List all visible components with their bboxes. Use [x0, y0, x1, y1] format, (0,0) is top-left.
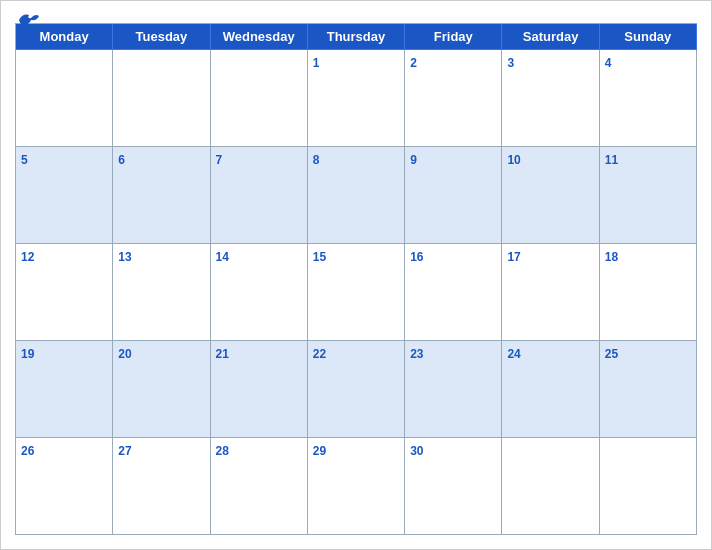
day-cell: 7 [211, 147, 308, 244]
day-number: 25 [605, 347, 618, 361]
day-number: 5 [21, 153, 28, 167]
day-header-tuesday: Tuesday [113, 24, 210, 50]
day-number: 11 [605, 153, 618, 167]
day-cell: 23 [405, 341, 502, 438]
day-cell [113, 50, 210, 147]
day-number: 16 [410, 250, 423, 264]
day-cell: 20 [113, 341, 210, 438]
day-cell: 3 [502, 50, 599, 147]
day-cell: 14 [211, 244, 308, 341]
day-cell: 18 [600, 244, 697, 341]
day-number: 3 [507, 56, 514, 70]
day-cell: 24 [502, 341, 599, 438]
day-number: 9 [410, 153, 417, 167]
day-cell [16, 50, 113, 147]
day-cell: 6 [113, 147, 210, 244]
day-headers: MondayTuesdayWednesdayThursdayFridaySatu… [16, 24, 697, 50]
day-number: 10 [507, 153, 520, 167]
day-cell: 30 [405, 438, 502, 535]
day-cell: 11 [600, 147, 697, 244]
day-number: 18 [605, 250, 618, 264]
day-number: 6 [118, 153, 125, 167]
day-number: 28 [216, 444, 229, 458]
day-cell: 15 [308, 244, 405, 341]
day-cell [502, 438, 599, 535]
day-number: 23 [410, 347, 423, 361]
day-cell: 28 [211, 438, 308, 535]
week-row-3: 12131415161718 [16, 244, 697, 341]
day-number: 4 [605, 56, 612, 70]
day-header-saturday: Saturday [502, 24, 599, 50]
day-cell [600, 438, 697, 535]
day-number: 24 [507, 347, 520, 361]
day-header-thursday: Thursday [308, 24, 405, 50]
calendar-grid: MondayTuesdayWednesdayThursdayFridaySatu… [15, 23, 697, 535]
day-number: 30 [410, 444, 423, 458]
day-number: 21 [216, 347, 229, 361]
day-number: 13 [118, 250, 131, 264]
day-number: 14 [216, 250, 229, 264]
week-row-5: 2627282930 [16, 438, 697, 535]
day-number: 20 [118, 347, 131, 361]
day-cell: 12 [16, 244, 113, 341]
day-cell: 4 [600, 50, 697, 147]
day-number: 17 [507, 250, 520, 264]
day-cell: 17 [502, 244, 599, 341]
week-row-4: 19202122232425 [16, 341, 697, 438]
day-cell: 29 [308, 438, 405, 535]
day-cell [211, 50, 308, 147]
day-header-friday: Friday [405, 24, 502, 50]
day-cell: 8 [308, 147, 405, 244]
day-number: 29 [313, 444, 326, 458]
day-cell: 9 [405, 147, 502, 244]
day-cell: 13 [113, 244, 210, 341]
day-cell: 25 [600, 341, 697, 438]
day-cell: 10 [502, 147, 599, 244]
day-header-wednesday: Wednesday [211, 24, 308, 50]
calendar-header [15, 11, 697, 19]
day-cell: 19 [16, 341, 113, 438]
day-number: 2 [410, 56, 417, 70]
day-number: 27 [118, 444, 131, 458]
day-number: 12 [21, 250, 34, 264]
day-number: 8 [313, 153, 320, 167]
calendar-container: MondayTuesdayWednesdayThursdayFridaySatu… [0, 0, 712, 550]
day-cell: 22 [308, 341, 405, 438]
day-cell: 21 [211, 341, 308, 438]
day-cell: 27 [113, 438, 210, 535]
day-cell: 26 [16, 438, 113, 535]
day-number: 1 [313, 56, 320, 70]
logo-area [15, 11, 41, 29]
week-row-1: 1234 [16, 50, 697, 147]
day-header-sunday: Sunday [600, 24, 697, 50]
day-number: 22 [313, 347, 326, 361]
week-row-2: 567891011 [16, 147, 697, 244]
day-number: 7 [216, 153, 223, 167]
day-cell: 1 [308, 50, 405, 147]
day-number: 19 [21, 347, 34, 361]
day-cell: 16 [405, 244, 502, 341]
day-number: 15 [313, 250, 326, 264]
logo-bird-icon [17, 11, 41, 29]
weeks-container: 1234567891011121314151617181920212223242… [16, 50, 697, 535]
day-cell: 5 [16, 147, 113, 244]
day-cell: 2 [405, 50, 502, 147]
day-number: 26 [21, 444, 34, 458]
